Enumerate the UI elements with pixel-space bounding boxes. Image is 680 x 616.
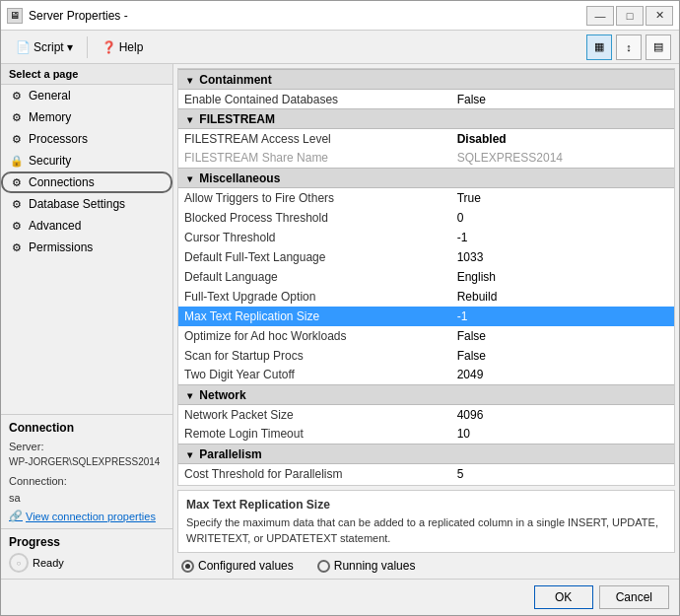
section-containment[interactable]: ▾ Containment [178, 70, 674, 90]
connection-value: sa [9, 490, 165, 507]
toolbar: 📄 Script ▾ ❓ Help ▦ ↕ ▤ [1, 31, 679, 64]
cancel-button[interactable]: Cancel [599, 585, 669, 609]
script-dropdown-icon: ▾ [67, 40, 73, 54]
advanced-icon: ⚙ [9, 218, 25, 234]
title-bar: 🖥 Server Properties - — □ ✕ [1, 1, 679, 31]
section-network[interactable]: ▾ Network [178, 385, 674, 405]
right-panel: ▾ Containment Enable Contained Databases… [173, 64, 679, 579]
security-icon: 🔒 [9, 153, 25, 169]
properties-container[interactable]: ▾ Containment Enable Contained Databases… [177, 68, 675, 486]
table-row[interactable]: Default Language English [178, 267, 674, 287]
table-row[interactable]: Cost Threshold for Parallelism 5 [178, 464, 674, 484]
progress-spinner: ○ [9, 553, 29, 573]
sidebar-item-processors[interactable]: ⚙ Processors [1, 128, 172, 150]
window-title: Server Properties - [29, 9, 586, 23]
section-miscellaneous[interactable]: ▾ Miscellaneous [178, 169, 674, 188]
progress-status: ○ Ready [9, 553, 165, 573]
progress-section: Progress ○ Ready [1, 528, 172, 579]
app-icon: 🖥 [7, 8, 23, 24]
table-row[interactable]: Locks 0 [178, 484, 674, 487]
table-row[interactable]: Remote Login Timeout 10 [178, 425, 674, 445]
table-row[interactable]: Cursor Threshold -1 [178, 228, 674, 247]
miscellaneous-label: Miscellaneous [199, 171, 280, 185]
close-button[interactable]: ✕ [646, 6, 673, 26]
properties-table: ▾ Containment Enable Contained Databases… [178, 69, 674, 486]
sidebar-item-permissions[interactable]: ⚙ Permissions [1, 237, 172, 258]
network-toggle-icon: ▾ [182, 390, 196, 401]
configured-values-radio[interactable]: Configured values [181, 559, 294, 573]
misc-toggle-icon: ▾ [182, 173, 196, 184]
description-title: Max Text Replication Size [186, 497, 666, 513]
sidebar-item-memory[interactable]: ⚙ Memory [1, 106, 172, 128]
table-row[interactable]: Allow Triggers to Fire Others True [178, 188, 674, 208]
table-row[interactable]: Two Digit Year Cutoff 2049 [178, 366, 674, 385]
script-button[interactable]: 📄 Script ▾ [9, 34, 80, 60]
toolbar-separator [87, 36, 88, 58]
parallelism-toggle-icon: ▾ [182, 449, 196, 460]
containment-toggle-icon: ▾ [182, 75, 196, 86]
sidebar-item-connections[interactable]: ⚙ Connections [1, 171, 172, 193]
sidebar-item-advanced[interactable]: ⚙ Advanced [1, 215, 172, 237]
server-value: WP-JORGER\SQLEXPRESS2014 [9, 454, 165, 469]
connection-label: Connection: [9, 473, 165, 490]
table-row-selected[interactable]: Max Text Replication Size -1 [178, 307, 674, 326]
table-row[interactable]: FILESTREAM Access Level Disabled [178, 129, 674, 149]
server-properties-window: 🖥 Server Properties - — □ ✕ 📄 Script ▾ ❓… [0, 0, 680, 616]
ready-label: Ready [33, 557, 64, 569]
description-text: Specify the maximum data that can be add… [186, 515, 666, 546]
table-row[interactable]: Default Full-Text Language 1033 [178, 247, 674, 267]
running-values-radio[interactable]: Running values [317, 559, 416, 573]
connection-section: Connection Server: WP-JORGER\SQLEXPRESS2… [1, 414, 172, 529]
permissions-icon: ⚙ [9, 240, 25, 255]
view-connection-link[interactable]: 🔗 View connection properties [9, 510, 165, 522]
window-controls: — □ ✕ [586, 6, 673, 26]
table-row[interactable]: Blocked Process Threshold 0 [178, 208, 674, 228]
table-row[interactable]: Full-Text Upgrade Option Rebuild [178, 287, 674, 307]
configured-radio-circle [181, 560, 194, 573]
processors-icon: ⚙ [9, 131, 25, 147]
general-icon: ⚙ [9, 88, 25, 103]
table-row[interactable]: Optimize for Ad hoc Workloads False [178, 326, 674, 346]
sidebar-item-general[interactable]: ⚙ General [1, 85, 172, 106]
help-button[interactable]: ❓ Help [95, 34, 151, 60]
maximize-button[interactable]: □ [616, 6, 644, 26]
section-parallelism[interactable]: ▾ Parallelism [178, 445, 674, 464]
memory-icon: ⚙ [9, 109, 25, 125]
parallelism-label: Parallelism [199, 447, 261, 461]
view-btn-2[interactable]: ↕ [616, 34, 642, 60]
link-icon: 🔗 [9, 510, 23, 522]
section-filestream[interactable]: ▾ FILESTREAM [178, 109, 674, 129]
minimize-button[interactable]: — [586, 6, 614, 26]
containment-label: Containment [199, 73, 271, 87]
db-settings-icon: ⚙ [9, 196, 25, 212]
table-row[interactable]: FILESTREAM Share Name SQLEXPRESS2014 [178, 149, 674, 169]
connection-info: Server: WP-JORGER\SQLEXPRESS2014 Connect… [9, 439, 165, 507]
view-btn-1[interactable]: ▦ [586, 34, 612, 60]
main-content: Select a page ⚙ General ⚙ Memory ⚙ Proce… [1, 64, 679, 579]
description-box: Max Text Replication Size Specify the ma… [177, 490, 675, 553]
running-radio-circle [317, 560, 330, 573]
table-row[interactable]: Scan for Startup Procs False [178, 346, 674, 366]
filestream-label: FILESTREAM [199, 112, 275, 126]
script-icon: 📄 [16, 40, 31, 54]
select-page-header: Select a page [1, 64, 172, 85]
server-label: Server: [9, 439, 165, 455]
network-label: Network [199, 388, 245, 402]
filestream-toggle-icon: ▾ [182, 114, 196, 125]
sidebar-item-security[interactable]: 🔒 Security [1, 150, 172, 171]
help-icon: ❓ [102, 40, 116, 54]
left-panel: Select a page ⚙ General ⚙ Memory ⚙ Proce… [1, 64, 173, 579]
table-row[interactable]: Network Packet Size 4096 [178, 405, 674, 425]
view-btn-3[interactable]: ▤ [646, 34, 671, 60]
connections-icon: ⚙ [9, 174, 25, 190]
table-row[interactable]: Enable Contained Databases False [178, 90, 674, 109]
ok-button[interactable]: OK [534, 585, 593, 609]
sidebar-item-database-settings[interactable]: ⚙ Database Settings [1, 193, 172, 215]
radio-row: Configured values Running values [173, 553, 679, 579]
bottom-bar: OK Cancel [1, 579, 679, 615]
